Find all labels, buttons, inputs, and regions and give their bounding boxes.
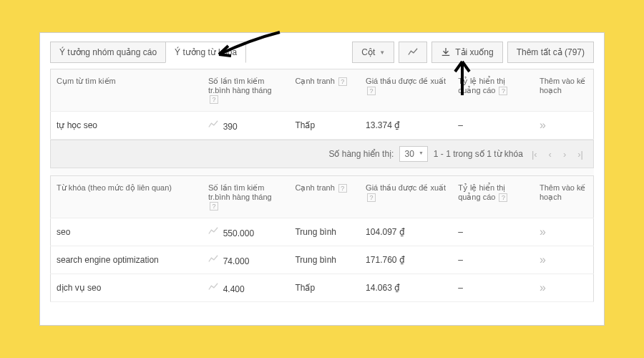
- pager-prev[interactable]: ‹: [546, 147, 555, 161]
- help-icon[interactable]: ?: [338, 184, 347, 193]
- columns-button[interactable]: Cột ▼: [352, 42, 394, 63]
- help-icon[interactable]: ?: [210, 95, 218, 104]
- search-term-table: Cụm từ tìm kiếm Số lần tìm kiếm tr.bình …: [50, 69, 594, 140]
- keyword-planner-panel: Ý tưởng nhóm quảng cáo Ý tưởng từ khóa C…: [39, 32, 605, 326]
- col-comp: Cạnh tranh: [295, 77, 334, 85]
- pager: Số hàng hiển thị: 30 1 - 1 trong số 1 từ…: [50, 140, 594, 168]
- cell-impr: –: [452, 246, 534, 274]
- col-bid: Giá thầu được đề xuất: [366, 77, 446, 85]
- toolbar: Ý tưởng nhóm quảng cáo Ý tưởng từ khóa C…: [50, 42, 594, 63]
- chart-icon: [408, 47, 418, 57]
- table-row: dịch vụ seo 4.400Thấp14.063 ₫–»: [51, 274, 594, 302]
- trend-icon[interactable]: [208, 284, 218, 294]
- cell-bid: 171.760 ₫: [360, 246, 452, 274]
- help-icon[interactable]: ?: [338, 77, 347, 86]
- col-avg: Số lần tìm kiếm tr.bình hàng tháng: [208, 77, 272, 95]
- help-icon[interactable]: ?: [499, 87, 507, 95]
- pager-last[interactable]: ›|: [575, 147, 586, 161]
- cell-add[interactable]: »: [534, 112, 594, 140]
- col-avg2: Số lần tìm kiếm tr.bình hàng tháng: [208, 183, 272, 201]
- add-chevron-icon: »: [540, 253, 546, 266]
- col-bid2: Giá thầu được đề xuất: [366, 183, 446, 192]
- col-impr2: Tỷ lệ hiển thị quảng cáo: [458, 183, 505, 201]
- trend-icon[interactable]: [208, 256, 218, 266]
- table-row: tự học seo 390Thấp13.374 ₫–»: [51, 112, 594, 140]
- col-add: Thêm vào kế hoạch: [540, 77, 585, 95]
- cell-term: seo: [51, 218, 203, 246]
- table-row: search engine optimization 74.000Trung b…: [51, 246, 594, 274]
- cell-comp: Thấp: [289, 274, 360, 302]
- cell-bid: 13.374 ₫: [360, 112, 452, 140]
- cell-add[interactable]: »: [534, 218, 594, 246]
- cell-comp: Thấp: [289, 112, 360, 140]
- help-icon[interactable]: ?: [210, 202, 218, 211]
- rows2-body: seo 550.000Trung bình104.097 ₫–»search e…: [51, 218, 594, 302]
- chart-button[interactable]: [399, 42, 427, 63]
- tab-keyword-ideas[interactable]: Ý tưởng từ khóa: [165, 42, 246, 63]
- cell-bid: 104.097 ₫: [360, 218, 452, 246]
- col-keyword: Từ khóa (theo mức độ liên quan): [57, 183, 172, 192]
- trend-icon[interactable]: [208, 122, 218, 132]
- cell-impr: –: [452, 112, 534, 140]
- col-impr: Tỷ lệ hiển thị quảng cáo: [458, 77, 505, 95]
- page-size-select[interactable]: 30: [399, 146, 427, 162]
- trend-icon[interactable]: [208, 228, 218, 238]
- cell-avg: 550.000: [203, 218, 289, 246]
- download-icon: [441, 47, 451, 57]
- col-term: Cụm từ tìm kiếm: [57, 77, 116, 85]
- cell-term: search engine optimization: [51, 246, 203, 274]
- pager-range: 1 - 1 trong số 1 từ khóa: [434, 149, 523, 159]
- cell-add[interactable]: »: [534, 246, 594, 274]
- columns-label: Cột: [361, 47, 375, 57]
- cell-avg: 4.400: [203, 274, 289, 302]
- add-chevron-icon: »: [540, 226, 546, 238]
- cell-avg: 74.000: [203, 246, 289, 274]
- help-icon[interactable]: ?: [367, 193, 376, 202]
- rows1-body: tự học seo 390Thấp13.374 ₫–»: [51, 112, 594, 140]
- help-icon[interactable]: ?: [367, 87, 376, 95]
- cell-comp: Trung bình: [289, 218, 360, 246]
- keyword-table: Từ khóa (theo mức độ liên quan) Số lần t…: [50, 175, 594, 302]
- add-all-button[interactable]: Thêm tất cả (797): [507, 42, 594, 63]
- cell-term: tự học seo: [51, 112, 203, 140]
- add-chevron-icon: »: [540, 119, 546, 131]
- pager-label: Số hàng hiển thị:: [328, 149, 394, 159]
- pager-next[interactable]: ›: [560, 147, 569, 161]
- pager-first[interactable]: |‹: [529, 147, 540, 161]
- cell-comp: Trung bình: [289, 246, 360, 274]
- download-button[interactable]: Tải xuống: [431, 42, 502, 63]
- cell-bid: 14.063 ₫: [360, 274, 452, 302]
- download-label: Tải xuống: [455, 47, 493, 57]
- col-add2: Thêm vào kế hoạch: [540, 183, 585, 201]
- cell-avg: 390: [203, 112, 289, 140]
- col-comp2: Cạnh tranh: [295, 183, 334, 192]
- help-icon[interactable]: ?: [499, 193, 507, 202]
- cell-term: dịch vụ seo: [51, 274, 203, 302]
- cell-impr: –: [452, 218, 534, 246]
- cell-add[interactable]: »: [534, 274, 594, 302]
- cell-impr: –: [452, 274, 534, 302]
- table-row: seo 550.000Trung bình104.097 ₫–»: [51, 218, 594, 246]
- tab-ad-group-ideas[interactable]: Ý tưởng nhóm quảng cáo: [50, 42, 166, 63]
- add-chevron-icon: »: [540, 281, 546, 294]
